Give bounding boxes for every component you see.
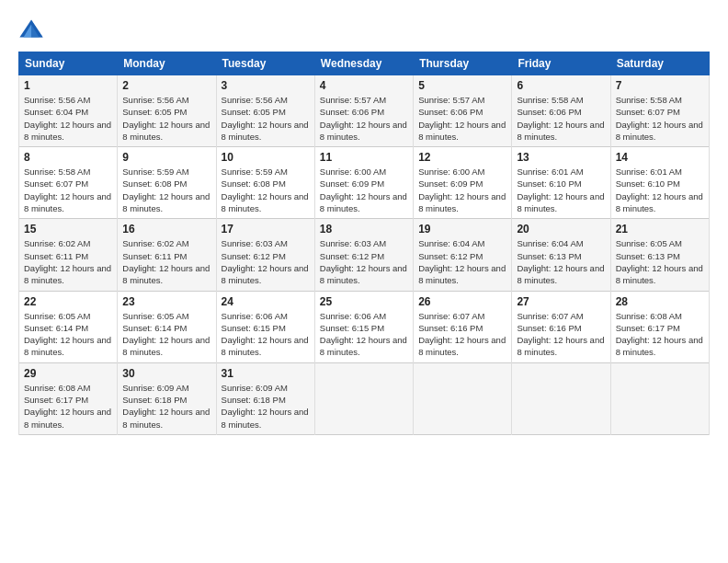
day-number: 26 — [418, 295, 506, 308]
header-row: Sunday Monday Tuesday Wednesday Thursday… — [19, 52, 710, 75]
day-info: Sunrise: 6:08 AMSunset: 6:17 PMDaylight:… — [616, 310, 704, 359]
day-info: Sunrise: 6:02 AMSunset: 6:11 PMDaylight:… — [24, 237, 112, 286]
day-number: 23 — [122, 295, 210, 308]
day-info: Sunrise: 6:00 AMSunset: 6:09 PMDaylight:… — [320, 166, 408, 214]
table-cell: 29Sunrise: 6:08 AMSunset: 6:17 PMDayligh… — [19, 362, 118, 434]
day-number: 6 — [517, 79, 605, 92]
day-info: Sunrise: 5:58 AMSunset: 6:07 PMDaylight:… — [24, 166, 112, 214]
table-row: 22Sunrise: 6:05 AMSunset: 6:14 PMDayligh… — [19, 291, 710, 362]
day-info: Sunrise: 6:01 AMSunset: 6:10 PMDaylight:… — [616, 166, 704, 214]
day-number: 29 — [24, 367, 112, 380]
table-cell: 5Sunrise: 5:57 AMSunset: 6:06 PMDaylight… — [414, 75, 512, 147]
calendar-table: Sunday Monday Tuesday Wednesday Thursday… — [18, 52, 710, 435]
table-cell: 21Sunrise: 6:05 AMSunset: 6:13 PMDayligh… — [610, 219, 709, 291]
table-cell: 13Sunrise: 6:01 AMSunset: 6:10 PMDayligh… — [512, 147, 610, 219]
table-cell: 23Sunrise: 6:05 AMSunset: 6:14 PMDayligh… — [118, 291, 216, 362]
logo-icon — [18, 17, 44, 42]
day-info: Sunrise: 5:59 AMSunset: 6:08 PMDaylight:… — [122, 166, 210, 214]
col-thursday: Thursday — [414, 52, 512, 75]
table-cell: 6Sunrise: 5:58 AMSunset: 6:06 PMDaylight… — [512, 75, 610, 147]
day-info: Sunrise: 5:56 AMSunset: 6:05 PMDaylight:… — [122, 94, 210, 143]
table-row: 29Sunrise: 6:08 AMSunset: 6:17 PMDayligh… — [19, 362, 710, 434]
day-number: 30 — [122, 367, 210, 380]
day-info: Sunrise: 6:05 AMSunset: 6:14 PMDaylight:… — [24, 310, 112, 359]
header — [18, 17, 710, 42]
page: Sunday Monday Tuesday Wednesday Thursday… — [0, 0, 728, 563]
day-info: Sunrise: 6:04 AMSunset: 6:13 PMDaylight:… — [517, 237, 605, 286]
table-row: 1Sunrise: 5:56 AMSunset: 6:04 PMDaylight… — [19, 75, 710, 147]
table-cell — [512, 362, 610, 434]
table-cell: 3Sunrise: 5:56 AMSunset: 6:05 PMDaylight… — [216, 75, 314, 147]
table-cell: 22Sunrise: 6:05 AMSunset: 6:14 PMDayligh… — [19, 291, 118, 362]
day-number: 24 — [222, 295, 310, 308]
table-row: 15Sunrise: 6:02 AMSunset: 6:11 PMDayligh… — [19, 219, 710, 291]
day-number: 14 — [616, 151, 704, 164]
table-row: 8Sunrise: 5:58 AMSunset: 6:07 PMDaylight… — [19, 147, 710, 219]
day-info: Sunrise: 6:02 AMSunset: 6:11 PMDaylight:… — [122, 237, 210, 286]
day-number: 20 — [517, 223, 605, 236]
day-number: 13 — [517, 151, 605, 164]
table-cell: 15Sunrise: 6:02 AMSunset: 6:11 PMDayligh… — [19, 219, 118, 291]
table-cell: 2Sunrise: 5:56 AMSunset: 6:05 PMDaylight… — [118, 75, 216, 147]
table-cell: 1Sunrise: 5:56 AMSunset: 6:04 PMDaylight… — [19, 75, 118, 147]
day-number: 15 — [24, 223, 112, 236]
table-cell — [314, 362, 413, 434]
day-number: 9 — [122, 151, 210, 164]
table-cell: 4Sunrise: 5:57 AMSunset: 6:06 PMDaylight… — [314, 75, 413, 147]
day-info: Sunrise: 6:06 AMSunset: 6:15 PMDaylight:… — [320, 310, 408, 359]
table-cell: 30Sunrise: 6:09 AMSunset: 6:18 PMDayligh… — [118, 362, 216, 434]
col-sunday: Sunday — [19, 52, 118, 75]
day-number: 31 — [222, 367, 310, 380]
table-cell: 11Sunrise: 6:00 AMSunset: 6:09 PMDayligh… — [314, 147, 413, 219]
day-number: 10 — [222, 151, 310, 164]
day-info: Sunrise: 6:03 AMSunset: 6:12 PMDaylight:… — [222, 237, 310, 286]
logo — [18, 17, 48, 42]
day-info: Sunrise: 5:57 AMSunset: 6:06 PMDaylight:… — [418, 94, 506, 143]
day-info: Sunrise: 6:09 AMSunset: 6:18 PMDaylight:… — [222, 382, 310, 431]
day-info: Sunrise: 6:05 AMSunset: 6:13 PMDaylight:… — [616, 237, 704, 286]
col-friday: Friday — [512, 52, 610, 75]
table-cell: 16Sunrise: 6:02 AMSunset: 6:11 PMDayligh… — [118, 219, 216, 291]
table-cell: 25Sunrise: 6:06 AMSunset: 6:15 PMDayligh… — [314, 291, 413, 362]
day-info: Sunrise: 6:07 AMSunset: 6:16 PMDaylight:… — [517, 310, 605, 359]
col-monday: Monday — [118, 52, 216, 75]
table-cell: 27Sunrise: 6:07 AMSunset: 6:16 PMDayligh… — [512, 291, 610, 362]
day-info: Sunrise: 6:01 AMSunset: 6:10 PMDaylight:… — [517, 166, 605, 214]
day-info: Sunrise: 6:05 AMSunset: 6:14 PMDaylight:… — [122, 310, 210, 359]
day-info: Sunrise: 6:09 AMSunset: 6:18 PMDaylight:… — [122, 382, 210, 431]
table-cell: 7Sunrise: 5:58 AMSunset: 6:07 PMDaylight… — [610, 75, 709, 147]
table-cell — [610, 362, 709, 434]
day-info: Sunrise: 5:58 AMSunset: 6:06 PMDaylight:… — [517, 94, 605, 143]
table-cell: 20Sunrise: 6:04 AMSunset: 6:13 PMDayligh… — [512, 219, 610, 291]
day-number: 5 — [418, 79, 506, 92]
table-cell — [414, 362, 512, 434]
day-info: Sunrise: 6:00 AMSunset: 6:09 PMDaylight:… — [418, 166, 506, 214]
col-saturday: Saturday — [610, 52, 709, 75]
table-cell: 8Sunrise: 5:58 AMSunset: 6:07 PMDaylight… — [19, 147, 118, 219]
table-cell: 10Sunrise: 5:59 AMSunset: 6:08 PMDayligh… — [216, 147, 314, 219]
day-number: 7 — [616, 79, 704, 92]
table-cell: 9Sunrise: 5:59 AMSunset: 6:08 PMDaylight… — [118, 147, 216, 219]
col-tuesday: Tuesday — [216, 52, 314, 75]
table-cell: 26Sunrise: 6:07 AMSunset: 6:16 PMDayligh… — [414, 291, 512, 362]
day-info: Sunrise: 6:04 AMSunset: 6:12 PMDaylight:… — [418, 237, 506, 286]
day-info: Sunrise: 6:06 AMSunset: 6:15 PMDaylight:… — [222, 310, 310, 359]
day-info: Sunrise: 6:03 AMSunset: 6:12 PMDaylight:… — [320, 237, 408, 286]
day-number: 21 — [616, 223, 704, 236]
day-number: 1 — [24, 79, 112, 92]
day-number: 3 — [222, 79, 310, 92]
day-number: 27 — [517, 295, 605, 308]
day-info: Sunrise: 5:56 AMSunset: 6:04 PMDaylight:… — [24, 94, 112, 143]
day-number: 12 — [418, 151, 506, 164]
day-number: 8 — [24, 151, 112, 164]
day-number: 25 — [320, 295, 408, 308]
day-info: Sunrise: 5:56 AMSunset: 6:05 PMDaylight:… — [222, 94, 310, 143]
day-number: 17 — [222, 223, 310, 236]
table-cell: 14Sunrise: 6:01 AMSunset: 6:10 PMDayligh… — [610, 147, 709, 219]
day-info: Sunrise: 5:58 AMSunset: 6:07 PMDaylight:… — [616, 94, 704, 143]
table-cell: 17Sunrise: 6:03 AMSunset: 6:12 PMDayligh… — [216, 219, 314, 291]
day-number: 4 — [320, 79, 408, 92]
day-number: 28 — [616, 295, 704, 308]
day-number: 19 — [418, 223, 506, 236]
table-cell: 31Sunrise: 6:09 AMSunset: 6:18 PMDayligh… — [216, 362, 314, 434]
